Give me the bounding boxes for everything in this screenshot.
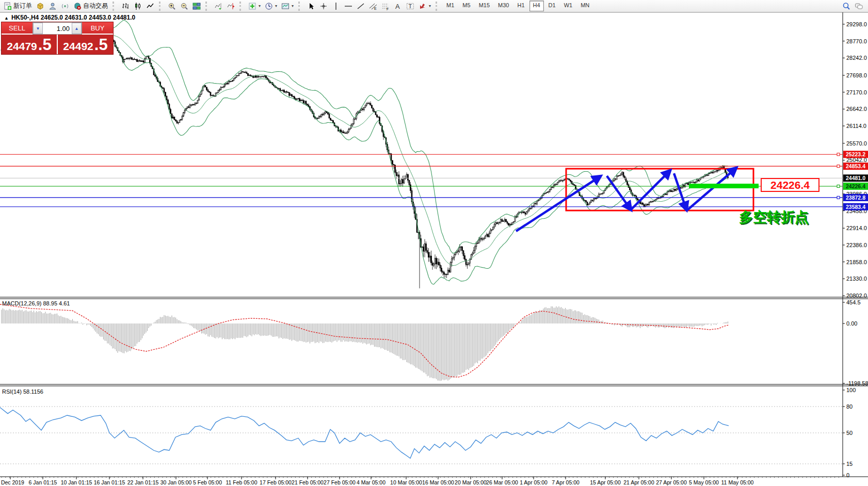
price-tick-label: 29298.0 xyxy=(846,21,867,27)
rsi-axis-label: 100 xyxy=(846,387,856,393)
new-order-button[interactable]: 新订单 xyxy=(2,1,34,12)
collapse-panel-icon[interactable]: ▲ xyxy=(4,15,9,21)
line-handle[interactable] xyxy=(837,153,840,156)
arrows-button[interactable]: ▾ xyxy=(416,1,433,12)
price-badge-text: 24481.0 xyxy=(846,175,865,181)
buy-price[interactable]: 24492 .5 xyxy=(58,35,113,54)
chart-title: ▲HK50-,H4 24625.0 24631.0 24453.0 24481.… xyxy=(4,14,135,21)
fibo-button[interactable]: F xyxy=(379,1,392,12)
trendline-button[interactable] xyxy=(355,1,367,12)
cursor-button[interactable] xyxy=(305,1,317,12)
time-axis-label: 5 May 05:00 xyxy=(689,479,719,485)
history-cube-button[interactable] xyxy=(34,1,46,12)
trend-arrow-3[interactable] xyxy=(631,171,670,209)
line-handle[interactable] xyxy=(837,196,840,199)
chevron-down-icon: ▾ xyxy=(429,4,431,8)
label-button[interactable]: T xyxy=(404,1,416,12)
vline-button[interactable] xyxy=(330,1,342,12)
chevron-down-icon: ▾ xyxy=(259,4,261,8)
volume-decrease-button[interactable]: ▼ xyxy=(33,23,43,34)
search-button[interactable] xyxy=(840,1,853,12)
label-icon: T xyxy=(406,2,414,10)
chevron-down-icon: ▾ xyxy=(275,4,277,8)
time-axis-label: 30 Jan 05:00 xyxy=(160,479,192,485)
timeframe-m30-button[interactable]: M30 xyxy=(494,1,512,11)
rsi-indicator-label: RSI(14) 58.1156 xyxy=(2,388,43,395)
time-axis-label: 16 Mar 05:00 xyxy=(422,479,454,485)
price-tick-label: 25570.0 xyxy=(846,140,867,147)
timeframe-w1-button[interactable]: W1 xyxy=(560,1,576,11)
line-chart-icon xyxy=(146,2,154,10)
chart-canvas[interactable]: 24226.4多空转折点多空转折点29298.028770.028242.027… xyxy=(0,0,868,486)
bollinger-lower-band xyxy=(26,43,728,284)
cursor-icon xyxy=(307,2,315,10)
macd-indicator-label: MACD(12,26,9) 88.95 4.61 xyxy=(2,300,70,306)
text-button[interactable]: A xyxy=(392,1,404,12)
timeframe-m5-button[interactable]: M5 xyxy=(459,1,474,11)
trend-arrow-5[interactable] xyxy=(687,168,736,210)
chart-shift-button[interactable] xyxy=(224,1,237,12)
line-handle[interactable] xyxy=(837,185,840,187)
toolbar-button-label: 自动交易 xyxy=(83,2,108,10)
line-handle[interactable] xyxy=(837,165,840,168)
auto-scroll-button[interactable] xyxy=(212,1,224,12)
timeframe-d1-button[interactable]: D1 xyxy=(545,1,559,11)
time-axis-label: 4 Mar 05:00 xyxy=(357,479,385,485)
zoom-in-button[interactable] xyxy=(166,1,178,12)
macd-axis-label: 0.00 xyxy=(846,320,857,327)
timeframe-h4-button[interactable]: H4 xyxy=(529,1,544,11)
price-tick-label: 22386.0 xyxy=(846,242,867,248)
timeframe-h1-button[interactable]: H1 xyxy=(513,1,528,11)
zoom-out-icon xyxy=(180,2,188,10)
auto-scroll-icon xyxy=(214,2,222,10)
rsi-axis-label: 50 xyxy=(846,430,853,436)
candle-chart-button[interactable] xyxy=(132,1,144,12)
time-axis-label: 11 May 05:00 xyxy=(721,479,754,485)
ohlc-open: 24625.0 xyxy=(41,14,63,21)
timeframe-m1-button[interactable]: M1 xyxy=(443,1,458,11)
buy-button[interactable]: BUY xyxy=(82,22,113,35)
bar-chart-icon xyxy=(121,2,130,10)
sonar-icon xyxy=(61,2,69,10)
profile-button[interactable] xyxy=(46,1,59,12)
toolbar: 新订单自动交易▾▾▾EFAT▾M1M5M15M30H1H4D1W1MN xyxy=(0,0,868,12)
volume-increase-button[interactable]: ▲ xyxy=(72,23,82,34)
time-axis-label: 22 Jan 01:15 xyxy=(127,479,159,485)
hline-button[interactable] xyxy=(342,1,355,12)
template-button[interactable]: ▾ xyxy=(279,1,296,12)
template-icon xyxy=(281,2,290,10)
price-badge-text: 23872.8 xyxy=(846,195,865,201)
periods-button[interactable]: ▾ xyxy=(263,1,279,12)
one-click-trade-panel: SELL ▼ ▲ BUY 24479 .5 24492 .5 xyxy=(1,22,114,55)
mt4-window: { "toolbar": { "groups": [ {"name":"orde… xyxy=(0,0,868,486)
tile-windows-icon xyxy=(192,2,201,10)
autotrade-button[interactable]: 自动交易 xyxy=(71,1,110,12)
rsi-panel[interactable] xyxy=(0,407,843,464)
macd-panel[interactable] xyxy=(0,304,729,381)
zoom-out-button[interactable] xyxy=(178,1,190,12)
green-highlight-bar[interactable] xyxy=(689,184,759,188)
timeframe-m15-button[interactable]: M15 xyxy=(475,1,493,11)
price-tick-label: 22914.0 xyxy=(846,225,867,231)
crosshair-button[interactable] xyxy=(317,1,330,12)
timeframe-mn-button[interactable]: MN xyxy=(577,1,593,11)
chat-button[interactable] xyxy=(853,1,865,12)
channel-button[interactable]: E xyxy=(367,1,379,12)
highlight-rectangle[interactable] xyxy=(566,169,753,210)
trend-arrow-4[interactable] xyxy=(674,173,686,209)
toolbar-group-zoom xyxy=(164,1,204,12)
cn-annotation-label[interactable]: 多空转折点 xyxy=(739,209,809,225)
time-axis-label: 20 Mar 05:00 xyxy=(455,479,487,485)
tile-windows-button[interactable] xyxy=(190,1,203,12)
sell-button[interactable]: SELL xyxy=(2,22,33,35)
price-tick-label: 21858.0 xyxy=(846,259,867,265)
volume-input[interactable] xyxy=(43,23,72,34)
svg-text:T: T xyxy=(409,3,412,9)
indicators-button[interactable]: ▾ xyxy=(246,1,263,12)
sell-price[interactable]: 24479 .5 xyxy=(2,35,57,54)
line-chart-button[interactable] xyxy=(144,1,156,12)
new-order-icon xyxy=(4,2,12,10)
bar-chart-button[interactable] xyxy=(119,1,132,12)
sonar-button[interactable] xyxy=(59,1,71,12)
price-tick-label: 27698.0 xyxy=(846,72,867,78)
